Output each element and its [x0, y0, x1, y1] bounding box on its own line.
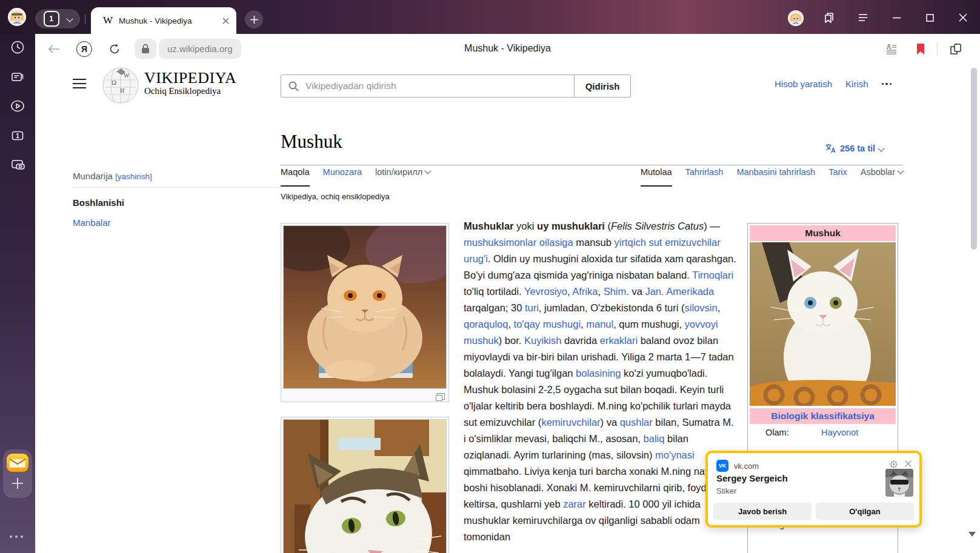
- address-bar[interactable]: uz.wikipedia.org: [159, 39, 241, 59]
- active-tab[interactable]: W Mushuk - Vikipediya: [91, 7, 236, 34]
- infobox-row-label: Olam:: [765, 428, 821, 437]
- mark-read-button[interactable]: O'qilgan: [816, 503, 914, 520]
- create-account-link[interactable]: Hisob yaratish: [775, 79, 832, 89]
- vk-notification-popup[interactable]: VK vk.com Sergey Sergeich Stiker: [705, 451, 922, 528]
- article-link[interactable]: erkaklari: [600, 335, 638, 346]
- toc-item-manbalar[interactable]: Manbalar: [73, 217, 280, 228]
- tabs-counter-button[interactable]: 1: [10, 128, 25, 143]
- svg-text:Ω: Ω: [112, 79, 116, 86]
- collections-button[interactable]: [948, 41, 964, 57]
- article-text: ,: [508, 319, 513, 329]
- article-tab-munozara[interactable]: Munozara: [323, 167, 362, 187]
- toc-item-boshlanishi[interactable]: Boshlanishi: [73, 197, 280, 208]
- search-icon: [288, 81, 299, 91]
- reply-button[interactable]: Javob berish: [713, 503, 812, 520]
- article-link[interactable]: mushuksimonlar oilasiga: [464, 237, 573, 248]
- article-tab-lotin-кирилл[interactable]: lotin/кирилл: [375, 167, 430, 187]
- scrollbar-down-arrow[interactable]: [968, 532, 976, 537]
- article-link[interactable]: Shim.: [604, 286, 629, 297]
- plus-icon: [250, 16, 258, 24]
- yandex-home-button[interactable]: Я: [76, 41, 92, 57]
- article-link[interactable]: zarar: [563, 498, 586, 509]
- article-tab-asboblar[interactable]: Asboblar: [861, 167, 903, 187]
- browser-titlebar: 1 W Mushuk - Vikipediya: [0, 0, 980, 34]
- tab-group-pill[interactable]: 1: [35, 9, 80, 28]
- article-link[interactable]: kemiruvchilar: [541, 417, 600, 428]
- tab-close-icon[interactable]: [222, 18, 229, 24]
- history-button[interactable]: [10, 40, 25, 55]
- wiki-wordmark[interactable]: VIKIPEDIYA Ochiq Ensiklopediya: [144, 69, 236, 96]
- wiki-main-menu-button[interactable]: [73, 79, 86, 88]
- add-app-icon[interactable]: [12, 477, 24, 489]
- article-link[interactable]: qoraquloq: [464, 319, 508, 329]
- search-input[interactable]: [304, 80, 574, 92]
- scrollbar-thumb[interactable]: [971, 68, 977, 250]
- article-link[interactable]: Yevrosiyo: [524, 286, 567, 297]
- article-tab-maqola[interactable]: Maqola: [281, 167, 310, 187]
- article-link[interactable]: Afrika: [572, 286, 598, 297]
- article-link[interactable]: silovsin: [685, 302, 718, 313]
- tabby-cat-photo: [283, 419, 447, 553]
- reload-icon: [108, 43, 121, 55]
- article-tab-tarix[interactable]: Tarix: [828, 167, 847, 187]
- white-kitten-photo[interactable]: [750, 242, 896, 406]
- article-text: Mushuklar: [464, 220, 514, 231]
- wikipedia-globe-logo[interactable]: Ω W И: [102, 67, 139, 104]
- article-link[interactable]: mo'ynasi: [655, 449, 695, 460]
- article-link[interactable]: qushlar: [620, 417, 653, 428]
- screenshot-button[interactable]: [10, 157, 25, 172]
- gear-icon[interactable]: [889, 460, 898, 469]
- article-link[interactable]: Tirnoqlari: [692, 270, 733, 280]
- maximize-button[interactable]: [921, 10, 938, 25]
- search-button[interactable]: Qidirish: [574, 75, 631, 98]
- article-image-tabby-cat[interactable]: [281, 417, 449, 553]
- tabstrip-divider: [85, 15, 85, 24]
- bookmarks-panel-button[interactable]: [821, 10, 838, 25]
- video-button[interactable]: [10, 99, 25, 113]
- reader-mode-button[interactable]: A: [883, 41, 899, 57]
- reload-button[interactable]: [107, 41, 122, 57]
- article-image-cream-cat[interactable]: [281, 223, 449, 402]
- user-menu-ellipsis-icon[interactable]: [882, 83, 892, 85]
- browser-menu-button[interactable]: [855, 10, 872, 25]
- article-link[interactable]: Jan. Amerikada: [645, 286, 714, 297]
- article-link[interactable]: baliq: [644, 433, 665, 444]
- article-link[interactable]: to'qay mushugi: [514, 319, 581, 329]
- wiki-search-box[interactable]: [281, 75, 575, 98]
- bookmark-button[interactable]: [913, 41, 928, 57]
- article-link[interactable]: manul: [586, 319, 613, 329]
- article-link[interactable]: bolasining: [576, 368, 621, 379]
- image-enlarge-icon[interactable]: [437, 393, 445, 400]
- profile-avatar[interactable]: [788, 10, 804, 26]
- sidebar-more-button[interactable]: [10, 535, 23, 538]
- close-button[interactable]: [955, 10, 972, 25]
- new-tab-button[interactable]: [245, 10, 263, 28]
- tab-group-count: 1: [44, 11, 59, 27]
- clock-icon: [10, 40, 25, 55]
- infobox-section-header[interactable]: Biologik klassifikatsiya: [750, 408, 896, 424]
- minimize-button[interactable]: [888, 10, 905, 25]
- notification-header: VK vk.com: [716, 460, 759, 472]
- tab-title: Mushuk - Vikipediya: [119, 16, 222, 25]
- login-link[interactable]: Kirish: [845, 79, 868, 89]
- site-security-button[interactable]: [135, 39, 156, 59]
- infobox-row-value-link[interactable]: Hayvonot: [821, 428, 858, 437]
- article-tab-manbasini-tahrirlash[interactable]: Manbasini tahrirlash: [736, 167, 815, 187]
- back-button[interactable]: [46, 41, 62, 57]
- article-tab-mutolaa[interactable]: Mutolaa: [641, 167, 672, 187]
- feed-button[interactable]: [10, 70, 25, 84]
- article-tab-tahrirlash[interactable]: Tahrirlash: [685, 167, 724, 187]
- svg-text:1: 1: [16, 133, 19, 139]
- assistant-avatar[interactable]: [8, 8, 26, 26]
- article-link[interactable]: turi: [525, 302, 539, 313]
- wiki-user-links: Hisob yaratish Kirish: [775, 79, 892, 89]
- article-link[interactable]: Kuyikish: [524, 335, 561, 346]
- yandex-mail-button[interactable]: [7, 454, 28, 472]
- language-selector[interactable]: A 256 ta til: [825, 143, 884, 153]
- close-icon[interactable]: [904, 460, 912, 468]
- article-text: ,: [718, 302, 721, 313]
- toc-hide-link[interactable]: [yashirish]: [115, 172, 152, 181]
- table-of-contents: Mundarija [yashirish] Boshlanishi Manbal…: [73, 171, 280, 228]
- wikipedia-favicon: W: [103, 15, 113, 27]
- mail-envelope-icon: [7, 454, 28, 472]
